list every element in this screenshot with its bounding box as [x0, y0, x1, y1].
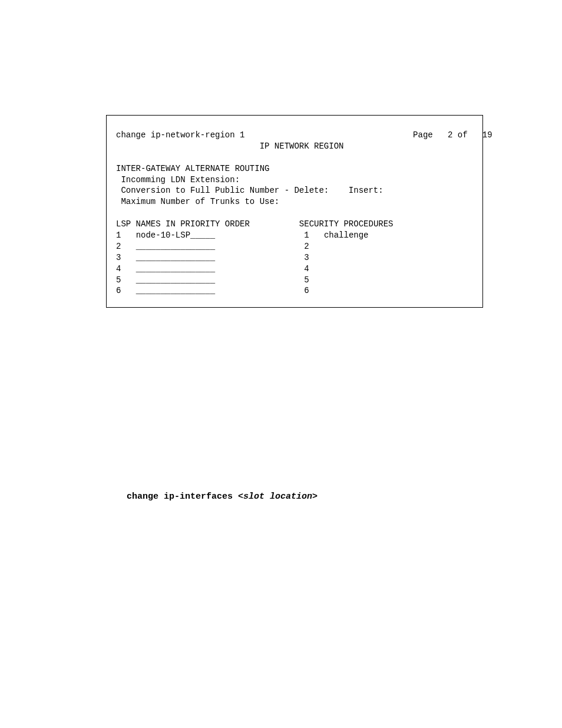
igar-line-3: Maximum Number of Trunks to Use:: [116, 197, 279, 206]
lsp-row-num: 4: [116, 264, 121, 274]
security-title: SECURITY PROCEDURES: [299, 219, 394, 229]
page-label: Page: [413, 130, 433, 140]
lsp-row-value[interactable]: ________________: [136, 275, 215, 285]
lsp-title: LSP NAMES IN PRIORITY ORDER: [116, 219, 250, 229]
command-text: change ip-network-region 1: [116, 130, 244, 140]
igar-line-2: Conversion to Full Public Number - Delet…: [116, 186, 384, 195]
security-row-value[interactable]: challenge: [324, 230, 369, 240]
lsp-row-num: 6: [116, 286, 121, 295]
lsp-row-value[interactable]: ________________: [136, 264, 215, 274]
page-current: 2: [448, 130, 452, 140]
security-row-num: 6: [304, 286, 309, 295]
igar-section-title: INTER-GATEWAY ALTERNATE ROUTING: [116, 164, 269, 173]
command-argument: <slot location>: [238, 492, 318, 502]
security-row-num: 4: [304, 264, 309, 274]
page-total: 19: [482, 130, 492, 140]
lsp-row-num: 5: [116, 275, 121, 285]
command-prefix: change ip-interfaces: [127, 492, 238, 502]
screen-title: IP NETWORK REGION: [260, 141, 344, 151]
lsp-row-value[interactable]: ________________: [136, 242, 215, 251]
lsp-row-value[interactable]: node-10-LSP_____: [136, 230, 215, 240]
lsp-row-num: 2: [116, 242, 121, 251]
security-row-num: 2: [304, 242, 309, 251]
security-row-num: 5: [304, 275, 309, 285]
lsp-row-value[interactable]: ________________: [136, 286, 215, 295]
page-of: of: [458, 130, 468, 140]
igar-line-1: Incomming LDN Extension:: [116, 175, 240, 185]
document-command-line: change ip-interfaces <slot location>: [127, 492, 318, 502]
security-row-num: 1: [304, 230, 309, 240]
security-row-num: 3: [304, 253, 309, 262]
lsp-row-value[interactable]: ________________: [136, 253, 215, 262]
terminal-window: change ip-network-region 1 Page 2 of 19 …: [106, 115, 483, 308]
lsp-row-num: 1: [116, 230, 121, 240]
lsp-row-num: 3: [116, 253, 121, 262]
